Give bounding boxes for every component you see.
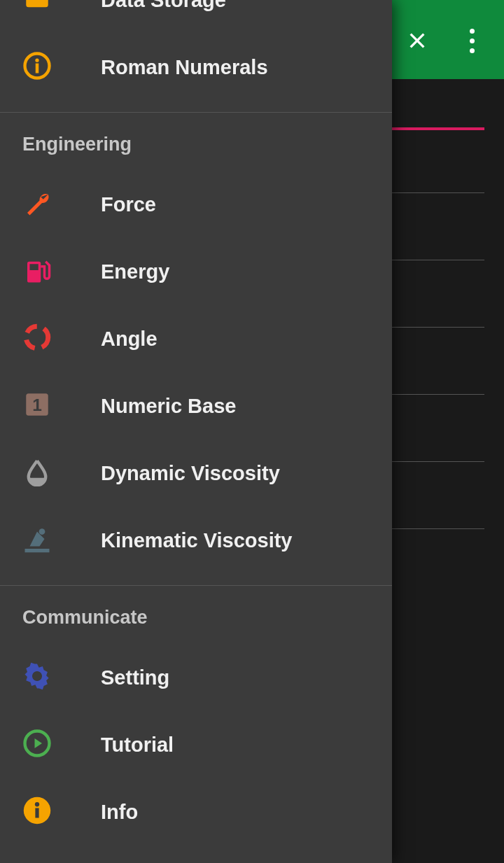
wrench-icon (22, 188, 52, 220)
svg-rect-6 (30, 264, 38, 270)
nav-item-label: Dynamic Viscosity (101, 462, 280, 485)
droplet-icon (22, 457, 52, 489)
field-separator (392, 327, 484, 328)
nav-item-angle[interactable]: Angle (0, 305, 392, 372)
nav-item-label: Force (101, 193, 156, 216)
field-separator (392, 394, 484, 395)
nav-item-label: Setting (101, 666, 169, 689)
viscosity-icon (22, 524, 52, 556)
nav-item-dynamic-viscosity[interactable]: Dynamic Viscosity (0, 440, 392, 507)
info-filled-icon (22, 796, 52, 828)
navigation-drawer: Data Storage Roman Numerals Engineering … (0, 0, 392, 863)
svg-rect-16 (35, 808, 38, 818)
play-circle-icon (22, 729, 52, 761)
nav-item-label: Roman Numerals (101, 56, 268, 79)
field-separator (392, 192, 484, 193)
nav-item-label: Energy (101, 260, 169, 283)
storage-icon (22, 0, 52, 16)
nav-item-label: Angle (101, 328, 158, 351)
nav-item-label: Info (101, 801, 138, 824)
field-separator (392, 461, 484, 462)
nav-item-kinematic-viscosity[interactable]: Kinematic Viscosity (0, 507, 392, 574)
nav-item-data-storage[interactable]: Data Storage (0, 0, 392, 34)
nav-item-label: Kinematic Viscosity (101, 529, 292, 552)
section-header-engineering: Engineering (0, 113, 392, 171)
svg-point-7 (26, 326, 48, 349)
nav-item-setting[interactable]: Setting (0, 644, 392, 711)
gear-icon (22, 661, 52, 694)
svg-point-12 (33, 672, 41, 680)
nav-item-roman-numerals[interactable]: Roman Numerals (0, 34, 392, 101)
svg-rect-10 (25, 549, 50, 552)
more-options-button[interactable] (456, 25, 487, 56)
field-separator (392, 528, 484, 529)
active-field-underline (392, 127, 484, 130)
nav-item-label: Numeric Base (101, 395, 236, 418)
nav-item-info[interactable]: Info (0, 778, 392, 846)
nav-item-numeric-base[interactable]: 1 Numeric Base (0, 372, 392, 440)
angle-icon (22, 323, 52, 355)
field-separator (392, 260, 484, 260)
nav-item-label: Tutorial (101, 734, 174, 757)
nav-item-label: Data Storage (101, 0, 226, 12)
svg-point-3 (35, 59, 38, 62)
svg-rect-0 (26, 0, 48, 7)
nav-item-energy[interactable]: Energy (0, 238, 392, 305)
info-circle-icon (22, 51, 52, 83)
svg-rect-4 (36, 64, 39, 73)
close-button[interactable] (402, 25, 433, 56)
svg-text:1: 1 (32, 395, 42, 414)
fuel-icon (22, 255, 52, 288)
nav-item-force[interactable]: Force (0, 171, 392, 238)
svg-point-15 (35, 802, 39, 806)
section-header-communicate: Communicate (0, 586, 392, 644)
numeric-base-icon: 1 (22, 390, 52, 422)
nav-item-tutorial[interactable]: Tutorial (0, 711, 392, 778)
svg-point-11 (39, 528, 46, 535)
